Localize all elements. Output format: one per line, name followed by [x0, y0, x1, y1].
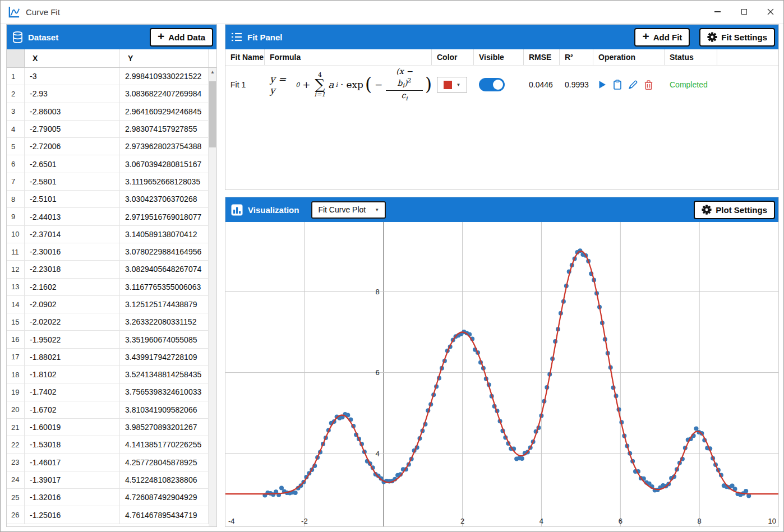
table-row[interactable]: 23-1.460174.257728045878925	[7, 454, 209, 471]
visible-toggle[interactable]	[479, 78, 505, 91]
row-number: 24	[7, 471, 25, 488]
plot-canvas[interactable]: -4-2246810468	[225, 222, 778, 526]
add-fit-button[interactable]: + Add Fit	[634, 28, 690, 47]
cell-x: -3	[25, 68, 120, 85]
y-tick-label: 8	[375, 288, 379, 296]
formula-fraction: (x − bi)2 ci	[386, 67, 423, 102]
visualization-header: Visualization Fit Curve Plot ▼ Plot Sett…	[225, 197, 778, 222]
row-number: 11	[7, 243, 25, 260]
table-row[interactable]: 24-1.390174.512248108238806	[7, 471, 209, 489]
dataset-scrollbar[interactable]: ▲	[209, 68, 216, 526]
cell-y: 4.257728045878925	[120, 454, 209, 471]
y-tick-label: 4	[375, 450, 379, 458]
cell-y: 3.0836822407269984	[120, 85, 209, 102]
table-row[interactable]: 17-1.880213.439917942728109	[7, 349, 209, 366]
cell-x: -2.72006	[25, 138, 120, 155]
cell-y: 3.351960674055085	[120, 331, 209, 348]
table-row[interactable]: 13-2.16023.1167765355006063	[7, 279, 209, 296]
row-number: 1	[7, 68, 25, 85]
cell-x: -1.32016	[25, 489, 120, 506]
table-row[interactable]: 25-1.320164.726087492904929	[7, 489, 209, 506]
formula-coef: a	[328, 79, 334, 90]
table-row[interactable]: 14-2.09023.125125174438879	[7, 296, 209, 313]
fit-row[interactable]: Fit 1 y = y0 + 4 ∑ i=1 ai · exp ( − (x −…	[225, 66, 778, 104]
table-row[interactable]: 6-2.65013.0670394280815167	[7, 155, 209, 173]
cell-x: -1.25016	[25, 506, 120, 523]
cell-y: 2.9641609294246845	[120, 103, 209, 120]
cell-y: 3.985270893201267	[120, 419, 209, 436]
table-row[interactable]: 4-2.790052.983074157927855	[7, 121, 209, 138]
run-fit-button[interactable]	[598, 80, 606, 89]
table-row[interactable]: 9-2.440132.9719516769018077	[7, 208, 209, 225]
cell-x: -1.7402	[25, 383, 120, 400]
cell-x: -1.39017	[25, 471, 120, 488]
table-row[interactable]: 5-2.720062.9739628023754388	[7, 138, 209, 155]
fit-r2: 0.9993	[560, 80, 593, 89]
table-row[interactable]: 3-2.860032.9641609294246845	[7, 103, 209, 121]
x-tick-label: 10	[768, 517, 776, 525]
row-number: 23	[7, 454, 25, 471]
scatter-series	[262, 248, 751, 498]
cell-y: 3.125125174438879	[120, 296, 209, 313]
row-number: 8	[7, 191, 25, 207]
table-row[interactable]: 8-2.51013.030423706370268	[7, 191, 209, 208]
visualization-title: Visualization	[248, 205, 299, 215]
row-number: 15	[7, 313, 25, 330]
plot-settings-button[interactable]: Plot Settings	[694, 201, 775, 219]
fit-settings-button[interactable]: Fit Settings	[699, 28, 775, 47]
table-row[interactable]: 1-32.9984109330221522	[7, 68, 209, 85]
formula-plus: +	[302, 79, 310, 90]
bar-chart-icon	[231, 204, 243, 216]
table-row[interactable]: 11-2.300163.0780229884164956	[7, 243, 209, 261]
table-row[interactable]: 22-1.530184.1413851770226255	[7, 436, 209, 454]
cell-y: 2.9739628023754388	[120, 138, 209, 155]
table-row[interactable]: 7-2.58013.1119652668128035	[7, 173, 209, 191]
maximize-button[interactable]	[731, 1, 757, 23]
close-button[interactable]	[757, 1, 783, 23]
table-row[interactable]: 19-1.74023.7565398324610033	[7, 383, 209, 401]
toggle-knob	[493, 80, 503, 90]
table-row[interactable]: 16-1.950223.351960674055085	[7, 331, 209, 348]
table-row[interactable]: 21-1.600193.985270893201267	[7, 419, 209, 436]
add-fit-label: Add Fit	[653, 33, 682, 42]
cell-y: 2.9984109330221522	[120, 68, 209, 85]
minimize-button[interactable]	[704, 1, 731, 23]
col-visible: Visible	[474, 49, 524, 65]
table-row[interactable]: 10-2.370143.140589138070412	[7, 226, 209, 243]
corner-cell	[7, 49, 25, 67]
plot-type-dropdown[interactable]: Fit Curve Plot ▼	[311, 201, 386, 219]
cell-x: -2.30016	[25, 243, 120, 260]
add-data-button[interactable]: + Add Data	[150, 28, 213, 47]
cell-y: 3.140589138070412	[120, 226, 209, 243]
x-tick-label: 2	[460, 517, 464, 525]
cell-y: 3.810341909582066	[120, 401, 209, 418]
fit-color-dropdown[interactable]: ▼	[437, 77, 467, 93]
table-row[interactable]: 15-2.020223.263322080331152	[7, 313, 209, 331]
dataset-body: 1-32.99841093302215222-2.933.08368224072…	[7, 68, 209, 526]
col-operation: Operation	[593, 49, 665, 65]
row-number: 17	[7, 349, 25, 366]
fit-operations	[593, 80, 665, 90]
column-header-x: X	[25, 49, 120, 67]
list-icon	[231, 32, 242, 42]
row-number: 4	[7, 121, 25, 137]
scrollbar-thumb[interactable]	[209, 81, 216, 147]
row-number: 6	[7, 155, 25, 172]
table-row[interactable]: 20-1.67023.810341909582066	[7, 401, 209, 419]
table-row[interactable]: 2-2.933.0836822407269984	[7, 85, 209, 103]
cell-x: -2.5101	[25, 191, 120, 207]
dataset-table-header: X Y	[7, 49, 216, 68]
cell-x: -1.6702	[25, 401, 120, 418]
cell-y: 4.726087492904929	[120, 489, 209, 506]
table-row[interactable]: 12-2.230183.0829405648267074	[7, 261, 209, 278]
cell-y: 3.1119652668128035	[120, 173, 209, 190]
table-row[interactable]: 18-1.81023.5241348814258435	[7, 366, 209, 383]
scroll-up-button[interactable]: ▲	[209, 68, 216, 76]
row-number: 5	[7, 138, 25, 155]
edit-fit-button[interactable]	[629, 80, 638, 89]
delete-fit-button[interactable]	[644, 80, 653, 90]
copy-fit-button[interactable]	[613, 80, 622, 90]
row-number: 21	[7, 419, 25, 436]
cell-x: -2.23018	[25, 261, 120, 277]
table-row[interactable]: 26-1.250164.761467895434719	[7, 506, 209, 524]
